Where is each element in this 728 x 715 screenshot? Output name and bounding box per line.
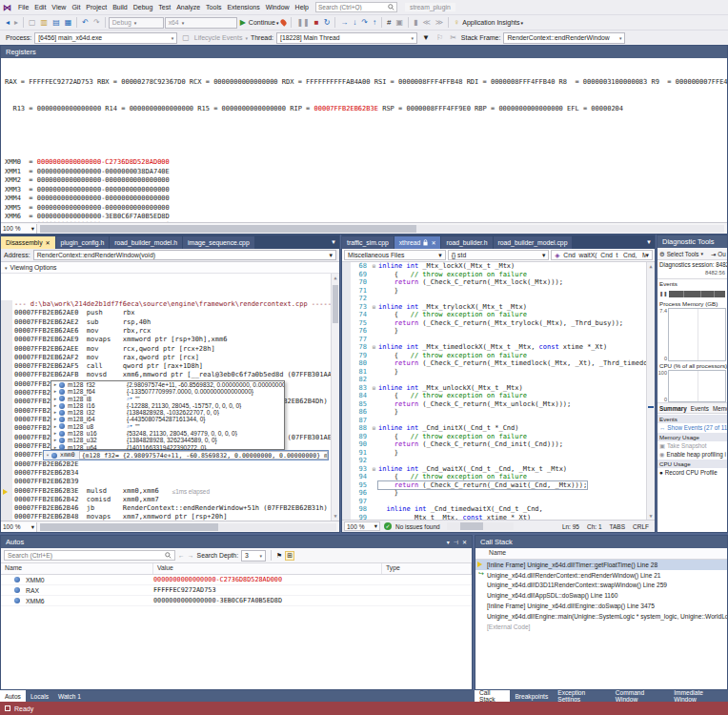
tab-breakpoints[interactable]: Breakpoints: [510, 690, 553, 702]
disassembly-hscrollbar[interactable]: [40, 523, 336, 531]
tab-exception-settings[interactable]: Exception Settings: [553, 690, 610, 702]
code-line[interactable]: 79 { // throw exception on failure: [342, 352, 655, 360]
code-line[interactable]: 78⊟inline int _Mtx_timedlockX(_Mtx_t _Mt…: [342, 343, 655, 352]
search-back-icon[interactable]: ←: [178, 552, 185, 559]
disassembly-line[interactable]: 00007FFB2EB62B39: [1, 478, 339, 486]
registers-zoom-dropdown[interactable]: 100 %▾: [1, 224, 37, 234]
disassembly-line[interactable]: 00007FFB2EB62AE9 movaps xmmword ptr [rsp…: [1, 336, 339, 344]
breakpoints-window-button[interactable]: ▣: [394, 17, 406, 29]
code-line[interactable]: 72: [342, 295, 655, 303]
process-dropdown[interactable]: [6456] main_x64d.exe▾: [34, 32, 177, 44]
diagnostic-tools-title[interactable]: Diagnostic Tools: [657, 235, 727, 248]
undo-button[interactable]: ↶: [80, 17, 91, 29]
memory-usage-header[interactable]: Memory Usage: [657, 433, 727, 441]
flag-threads-icon[interactable]: ⚐: [435, 32, 445, 44]
breakpoint-margin[interactable]: [342, 392, 351, 400]
code-line[interactable]: 95 return (_Check_C_return(_Cnd_wait(_Cn…: [342, 481, 655, 490]
expand-icon[interactable]: ▸: [51, 388, 59, 395]
menu-test[interactable]: Test: [155, 4, 173, 10]
disassembly-margin[interactable]: [1, 371, 12, 379]
disassembly-margin[interactable]: [1, 513, 12, 521]
disassembly-line[interactable]: 00007FFB2EB62B34: [1, 469, 339, 478]
code-line[interactable]: 84 { // throw exception on failure: [342, 392, 655, 400]
fold-icon[interactable]: ⊟: [370, 465, 378, 474]
code-line[interactable]: 94 { // throw exception on failure: [342, 473, 655, 481]
callstack-row[interactable]: Unigine_x64d.dll!Engine::main(Unigine::S…: [475, 611, 727, 622]
breakpoint-margin[interactable]: [342, 278, 351, 287]
diag-tab-memo[interactable]: Memo: [713, 405, 727, 412]
breakpoint-margin[interactable]: [342, 262, 351, 271]
disassembly-line[interactable]: 00007FFB2EB62AE6 mov rbx,rcx: [1, 327, 339, 336]
callstack-title[interactable]: Call Stack: [475, 536, 727, 548]
menu-extensions[interactable]: Extensions: [224, 4, 262, 10]
take-snapshot-button[interactable]: ▣Take Snapshot: [657, 441, 727, 450]
code-line[interactable]: 83⊟inline int _Mtx_unlockX(_Mtx_t _Mtx): [342, 384, 655, 393]
filter-threads-icon[interactable]: ▼: [420, 32, 432, 44]
project-dropdown[interactable]: Miscellaneous Files▾: [344, 250, 446, 260]
code-line[interactable]: 92: [342, 457, 655, 465]
quick-search-input[interactable]: Search (Ctrl+Q): [315, 2, 397, 12]
menu-project[interactable]: Project: [83, 4, 110, 10]
redo-button[interactable]: ↷: [91, 17, 102, 29]
autos-row[interactable]: XMM60000000000000000-3EB0C6F7A0B5ED8D: [1, 596, 472, 606]
tab-overflow-icon[interactable]: ▼: [646, 239, 652, 245]
disassembly-margin[interactable]: [1, 398, 12, 406]
breakpoint-margin[interactable]: [342, 311, 351, 319]
export-icon[interactable]: ⇥: [711, 251, 716, 257]
breakpoint-margin[interactable]: [342, 287, 351, 296]
platform-dropdown[interactable]: x64▾: [165, 17, 237, 29]
code-editor[interactable]: 68⊟inline int _Mtx_lockX(_Mtx_t _Mtx)69 …: [342, 262, 655, 520]
registers-hscrollbar[interactable]: [40, 225, 724, 233]
magnifier-icon[interactable]: ⌕▾: [127, 423, 132, 430]
expand-icon[interactable]: ▸: [51, 423, 59, 430]
tab-immediate-window[interactable]: Immediate Window: [669, 690, 728, 702]
diag-tab-events[interactable]: Events: [691, 405, 709, 412]
search-depth-dropdown[interactable]: 3▾: [241, 550, 266, 562]
breakpoint-margin[interactable]: [342, 384, 351, 393]
collapse-icon[interactable]: ▾: [44, 451, 51, 460]
callstack-row[interactable]: ↪Unigine_x64d.dll!RenderContext::endRend…: [475, 570, 727, 581]
disassembly-line[interactable]: 00007FFB2EB62B2E: [1, 460, 339, 469]
continue-button[interactable]: Continue: [249, 19, 275, 26]
expand-icon[interactable]: ▸: [51, 409, 59, 416]
disassembly-margin[interactable]: [1, 345, 12, 354]
datatip-row[interactable]: ▸m128_i16{-12288, 21130, 28045, -15757, …: [51, 402, 284, 409]
expand-icon[interactable]: ▸: [51, 381, 59, 388]
tab-locals[interactable]: Locals: [26, 690, 53, 702]
code-line[interactable]: 91 }: [342, 449, 655, 458]
tab-road-builder-h[interactable]: road_builder.h: [441, 236, 492, 249]
stop-button[interactable]: ■: [313, 17, 321, 29]
open-file-button[interactable]: ▥: [39, 17, 51, 29]
step-out-button[interactable]: ↑: [371, 17, 378, 29]
callstack-row[interactable]: [Inline Frame] Unigine_x64d.dll!Engine::…: [475, 601, 727, 611]
callstack-row[interactable]: Unigine_x64d.dll!AppSDL::doSwap() Line 1…: [475, 590, 727, 601]
fold-icon[interactable]: ⊟: [370, 262, 378, 271]
datatip-row[interactable]: ▸m128_u8⌕▾"": [51, 423, 284, 430]
save-all-button[interactable]: ▦: [63, 17, 74, 29]
expand-icon[interactable]: ▸: [51, 402, 59, 409]
autos-close-icon[interactable]: ✕: [462, 539, 467, 545]
code-line[interactable]: 86 }: [342, 408, 655, 417]
breakpoint-margin[interactable]: [342, 408, 351, 417]
cpu-graph[interactable]: [668, 370, 726, 402]
datatip-row[interactable]: ▸m128_u32{1384828928, 3262344589, 0, 0}: [51, 437, 284, 443]
code-line[interactable]: 71 }: [342, 287, 655, 296]
code-line[interactable]: 68⊟inline int _Mtx_lockX(_Mtx_t _Mtx): [342, 262, 655, 271]
disassembly-content[interactable]: ▲▼ --- d:\ba\work\214de2b1df7f6eca\sourc…: [1, 274, 339, 521]
code-line[interactable]: 87: [342, 417, 655, 425]
pause-button[interactable]: ❚❚: [294, 17, 311, 29]
code-line[interactable]: 96 }: [342, 489, 655, 498]
disassembly-margin[interactable]: [1, 362, 12, 371]
code-line[interactable]: 80 return (_Check_C_return(_Mtx_timedloc…: [342, 359, 655, 368]
value-column-header[interactable]: Value: [153, 563, 382, 574]
callstack-row[interactable]: [External Code]: [475, 622, 727, 632]
stackframe-dropdown[interactable]: RenderContext::endRenderWindow▾: [503, 32, 625, 44]
autos-row[interactable]: RAXFFFFFEC9272AD753: [1, 585, 472, 596]
datatip-row[interactable]: ▸m128_f32{2.98097574e+11, -60.8569832, 0…: [51, 381, 284, 388]
tab-autos[interactable]: Autos: [0, 690, 26, 702]
show-events-link[interactable]: ↔Show Events (27 of 11: [657, 423, 727, 432]
code-line[interactable]: 88⊟inline int _Cnd_initX(_Cnd_t *_Cnd): [342, 424, 655, 433]
save-button[interactable]: ▤: [51, 17, 62, 29]
breakpoint-margin[interactable]: [342, 433, 351, 441]
code-line[interactable]: 89 { // throw exception on failure: [342, 433, 655, 441]
